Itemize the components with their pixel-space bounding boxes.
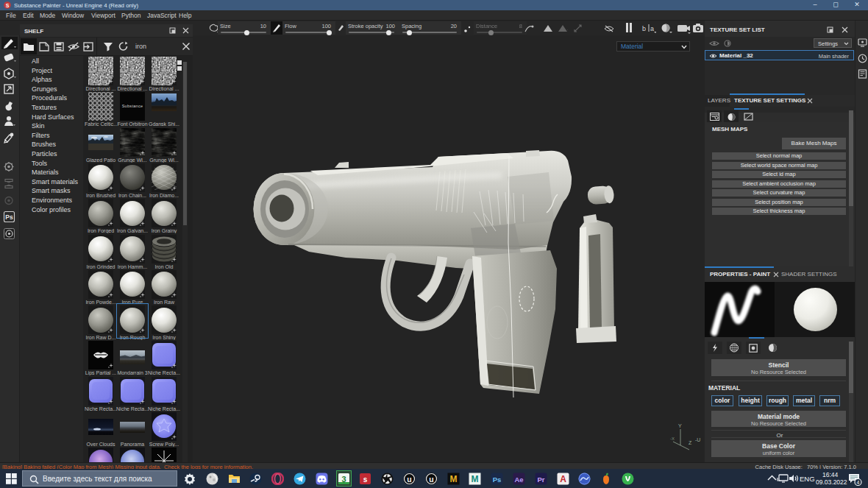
svg-text:Y: Y	[678, 423, 682, 428]
svg-text:3: 3	[341, 475, 346, 484]
svg-text:u: u	[407, 475, 411, 484]
svg-text:M: M	[450, 474, 458, 484]
svg-text:b: b	[642, 25, 646, 32]
svg-text:Ps: Ps	[5, 213, 13, 221]
svg-text:S: S	[6, 3, 10, 8]
svg-text:s: s	[363, 475, 368, 484]
svg-text:-U: -U	[695, 437, 700, 442]
svg-text:u: u	[429, 475, 433, 484]
svg-text:Ps: Ps	[493, 475, 502, 484]
svg-text:Ae: Ae	[514, 475, 523, 484]
svg-text:Pr: Pr	[537, 475, 544, 484]
svg-text:4: 4	[857, 480, 860, 485]
svg-text:Z: Z	[689, 440, 692, 445]
svg-text:↻: ↻	[567, 29, 568, 33]
svg-text:a: a	[650, 25, 654, 32]
svg-text:A: A	[560, 474, 566, 484]
svg-text:M: M	[472, 474, 479, 484]
svg-text:-X: -X	[670, 436, 675, 441]
